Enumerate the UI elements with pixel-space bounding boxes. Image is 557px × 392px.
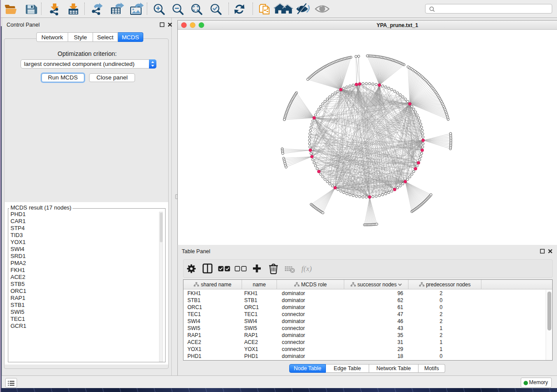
svg-text:f(x): f(x)	[301, 265, 312, 273]
